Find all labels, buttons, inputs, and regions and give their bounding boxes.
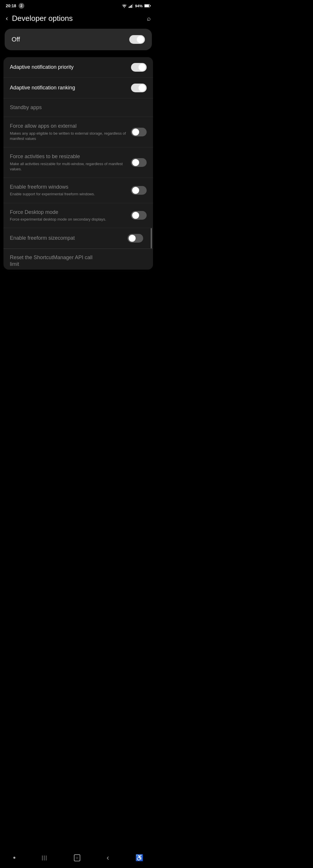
toggle-enable-freeform-sizecompat[interactable] [128, 234, 143, 243]
master-toggle[interactable] [129, 35, 145, 44]
master-toggle-card: Off [5, 29, 152, 50]
setting-force-allow-apps-external[interactable]: Force allow apps on external Makes any a… [3, 117, 153, 148]
setting-label-reset-shortcutmanager: Reset the ShortcutManager API calllimit [10, 254, 147, 268]
setting-desc-enable-freeform-windows: Enable support for experimental freeform… [10, 191, 126, 197]
search-button[interactable]: ⌕ [147, 15, 151, 22]
svg-rect-1 [129, 7, 130, 8]
header-bar: ‹ Developer options ⌕ [0, 10, 156, 28]
svg-rect-2 [130, 6, 131, 8]
scrollbar [151, 228, 152, 248]
setting-reset-shortcutmanager-partial: Reset the ShortcutManager API calllimit [3, 249, 153, 270]
setting-standby-apps[interactable]: Standby apps [3, 98, 153, 117]
setting-force-activities-resizable[interactable]: Force activities to be resizable Make al… [3, 148, 153, 178]
wifi-icon [122, 4, 127, 8]
setting-desc-force-activities-resizable: Make all activities resizable for multi-… [10, 161, 126, 172]
toggle-enable-freeform-windows[interactable] [131, 186, 147, 195]
setting-force-desktop-mode[interactable]: Force Desktop mode Force experimental de… [3, 203, 153, 228]
setting-label-adaptive-notification-ranking: Adaptive notification ranking [10, 85, 126, 91]
setting-label-force-desktop-mode: Force Desktop mode [10, 209, 126, 216]
setting-enable-freeform-windows[interactable]: Enable freeform windows Enable support f… [3, 178, 153, 203]
battery-icon [144, 4, 151, 7]
svg-rect-4 [132, 4, 133, 8]
svg-rect-6 [145, 5, 149, 7]
svg-rect-3 [131, 5, 132, 8]
setting-enable-freeform-sizecompat[interactable]: Enable freeform sizecompat [3, 228, 153, 249]
status-bar: 20:18 2 94% [0, 0, 156, 10]
setting-label-enable-freeform-sizecompat: Enable freeform sizecompat [10, 235, 123, 242]
setting-label-force-allow-apps-external: Force allow apps on external [10, 123, 126, 129]
battery-text: 94% [135, 4, 143, 8]
toggle-force-desktop-mode[interactable] [131, 211, 147, 220]
page-title: Developer options [12, 14, 143, 23]
setting-desc-force-desktop-mode: Force experimental desktop mode on secon… [10, 217, 126, 222]
signal-icon [129, 4, 133, 8]
setting-label-force-activities-resizable: Force activities to be resizable [10, 153, 126, 160]
back-button[interactable]: ‹ [6, 15, 8, 22]
toggle-force-activities-resizable[interactable] [131, 158, 147, 167]
toggle-adaptive-notification-priority[interactable] [131, 63, 147, 72]
toggle-force-allow-apps-external[interactable] [131, 128, 147, 136]
setting-adaptive-notification-priority[interactable]: Adaptive notification priority [3, 57, 153, 78]
status-right: 94% [122, 4, 151, 8]
svg-point-0 [124, 7, 125, 8]
status-left: 20:18 2 [6, 3, 24, 9]
svg-rect-7 [150, 5, 151, 6]
status-time: 20:18 [6, 3, 16, 8]
toggle-adaptive-notification-ranking[interactable] [131, 84, 147, 92]
setting-label-standby-apps: Standby apps [10, 104, 147, 111]
setting-desc-force-allow-apps-external: Makes any app eligible to be written to … [10, 131, 126, 141]
setting-label-enable-freeform-windows: Enable freeform windows [10, 184, 126, 190]
master-toggle-label: Off [11, 36, 20, 43]
settings-card: Adaptive notification priority Adaptive … [3, 57, 153, 270]
setting-label-adaptive-notification-priority: Adaptive notification priority [10, 64, 126, 70]
notification-badge: 2 [19, 3, 24, 9]
setting-adaptive-notification-ranking[interactable]: Adaptive notification ranking [3, 78, 153, 98]
master-toggle-thumb [137, 36, 144, 43]
